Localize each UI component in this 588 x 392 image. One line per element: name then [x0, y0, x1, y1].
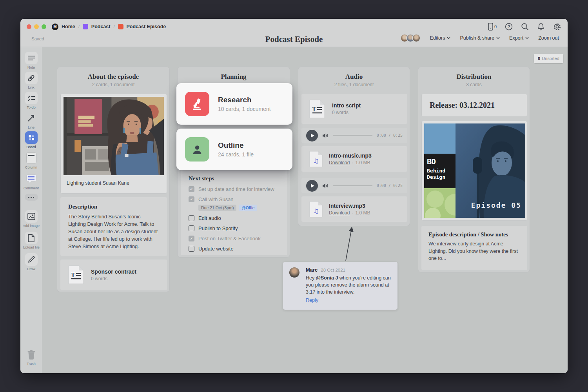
tool-board[interactable]: Board [20, 131, 42, 149]
reply-link[interactable]: Reply [306, 298, 318, 303]
mention[interactable]: @Sonia J [316, 275, 338, 281]
document-card-intro-script[interactable]: T Intro script 0 words [301, 94, 407, 124]
tool-upload-file[interactable]: Upload file [20, 232, 42, 249]
tool-note[interactable]: Note [20, 52, 42, 69]
sort-card-title: Research [218, 96, 271, 104]
checkbox-icon[interactable] [189, 215, 194, 221]
unsorted-count: 0 [538, 56, 540, 61]
column-audio[interactable]: Audio 2 files, 1 document T Intro script… [298, 67, 410, 226]
minimize-window-button[interactable] [34, 24, 39, 29]
column-about-the-episode[interactable]: About the episode 2 cards, 1 document [57, 67, 170, 292]
tool-label: Note [27, 65, 35, 69]
todo-item[interactable]: Post on Twitter & Facebook [189, 236, 279, 241]
tool-more[interactable] [20, 194, 42, 201]
checkbox-icon[interactable] [189, 196, 194, 202]
note-icon [27, 55, 35, 61]
editors-menu[interactable]: Editors [430, 35, 451, 41]
show-notes-card[interactable]: Episode description / Show notes We inte… [421, 226, 527, 270]
breadcrumb-episode[interactable]: Podcast Episode [127, 24, 166, 29]
tool-label: Link [28, 85, 34, 89]
maximize-window-button[interactable] [42, 24, 46, 29]
tool-draw[interactable]: Draw [20, 253, 42, 271]
zoom-out-button[interactable]: Zoom out [538, 35, 559, 41]
tool-trash[interactable]: Trash [20, 348, 42, 366]
editor-avatars[interactable] [400, 34, 421, 42]
window-chrome: M Home / Podcast / Podcast Episode 0 ? [20, 19, 568, 47]
due-date-badge[interactable]: Due 21 Oct (3pm) [198, 205, 236, 211]
file-card-intro-music[interactable]: ♫ Intro-music.mp3 Download · 1.0 MB [301, 146, 407, 172]
sort-card-research[interactable]: Research 10 cards, 1 document [176, 83, 292, 125]
breadcrumb-podcast[interactable]: Podcast [91, 24, 111, 29]
checkbox-icon[interactable] [189, 236, 194, 241]
podcast-board-icon[interactable] [83, 24, 88, 29]
volume-icon[interactable] [322, 133, 328, 138]
sort-card-meta: 10 cards, 1 document [218, 106, 271, 112]
release-date-card[interactable]: Release: 03.12.2021 [421, 94, 527, 117]
settings-button[interactable] [553, 23, 561, 31]
help-button[interactable]: ? [505, 23, 513, 31]
file-card-interview[interactable]: ♫ Interview.mp3 Download · 1.0 MB [301, 196, 407, 222]
episode-board-icon[interactable] [118, 24, 123, 29]
todo-label: Call with Susan [198, 196, 234, 202]
tool-todo[interactable]: To-do [20, 92, 42, 109]
todo-item[interactable]: Call with Susan [189, 196, 279, 202]
column-title: Distribution [418, 73, 530, 81]
assignee-badge[interactable]: @Ollie [239, 205, 257, 211]
app-window: M Home / Podcast / Podcast Episode 0 ? [20, 19, 568, 373]
export-menu[interactable]: Export [509, 35, 529, 41]
checkbox-icon[interactable] [189, 225, 194, 231]
sort-card-outline[interactable]: Outline 24 cards, 1 file [176, 129, 292, 170]
publish-share-menu[interactable]: Publish & share [460, 35, 500, 41]
svg-text:T: T [71, 272, 75, 278]
tool-link[interactable]: Link [20, 72, 42, 89]
cover-green-block [424, 188, 456, 218]
download-link[interactable]: Download [329, 160, 350, 165]
tool-label: Trash [27, 362, 36, 366]
breadcrumb-home[interactable]: Home [62, 24, 75, 29]
tool-add-image[interactable]: Add image [20, 210, 42, 228]
person-icon [185, 137, 209, 162]
close-window-button[interactable] [27, 24, 31, 29]
comment-text: Hey @Sonia J when you're editing can you… [306, 274, 391, 296]
cover-photo: Episode 05 [456, 123, 525, 218]
checkbox-icon[interactable] [189, 246, 194, 252]
cover-blue-block [424, 123, 456, 154]
comment-card[interactable]: Marc 28 Oct 2021 Hey @Sonia J when you'r… [283, 262, 397, 310]
cover-art-card[interactable]: BD Behind Design [421, 121, 527, 221]
unsorted-badge[interactable]: 0 Unsorted [534, 54, 563, 63]
comment-date: 28 Oct 2021 [321, 268, 345, 272]
episode-cover-art: BD Behind Design [424, 123, 525, 218]
avatar[interactable] [412, 34, 421, 42]
description-note-card[interactable]: Description The Story Behind Susan's Ico… [60, 197, 167, 256]
milanote-logo-icon[interactable]: M [52, 24, 58, 30]
tool-line[interactable]: Line [20, 112, 42, 129]
column-subtitle: 2 files, 1 document [298, 82, 410, 87]
todo-item[interactable]: Edit audio [189, 215, 279, 221]
volume-icon[interactable] [322, 183, 328, 189]
todo-item[interactable]: Update website [189, 246, 279, 252]
image-card-susan[interactable]: Lighting student Susan Kane [60, 94, 167, 194]
seek-bar[interactable] [333, 185, 372, 186]
search-button[interactable] [521, 23, 529, 31]
tool-column[interactable]: Column [20, 152, 42, 169]
notifications-button[interactable] [537, 23, 545, 31]
download-link[interactable]: Download [329, 210, 350, 216]
todo-item[interactable]: Set up date and time for interview [189, 186, 279, 192]
next-steps-todo-card[interactable]: Next steps Set up date and time for inte… [181, 169, 287, 255]
column-distribution[interactable]: Distribution 3 cards Release: 03.12.2021… [418, 67, 530, 272]
cover-logo-block: BD Behind Design [424, 154, 456, 188]
file-size: 1.0 MB [355, 160, 370, 165]
mobile-device-button[interactable]: 0 [488, 23, 497, 31]
note-body: We interview early design at Acme Lighti… [428, 240, 520, 262]
todo-item[interactable]: Publish to Spotify [189, 225, 279, 231]
tool-label: Add image [23, 224, 40, 228]
document-card-sponsor-contract[interactable]: T Sponsor contract 0 words [60, 260, 167, 290]
comment-connector-arrow[interactable] [334, 225, 358, 264]
seek-bar[interactable] [333, 135, 372, 136]
checkbox-icon[interactable] [189, 186, 194, 192]
svg-text:?: ? [508, 24, 510, 29]
file-size: 1.0 MB [355, 210, 370, 216]
tool-comment[interactable]: Comment [20, 172, 42, 190]
play-button[interactable] [306, 130, 318, 142]
play-button[interactable] [306, 180, 318, 192]
